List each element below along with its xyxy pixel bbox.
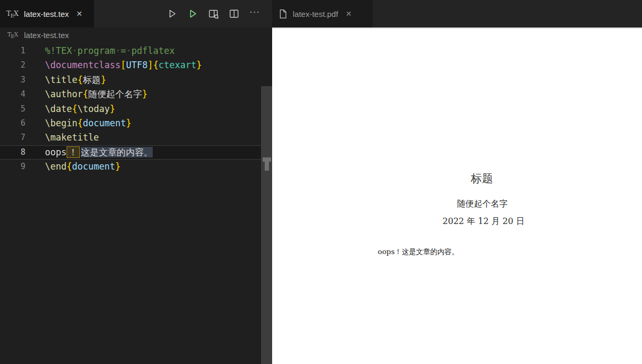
code-token: =: [120, 45, 126, 56]
code-token: 随便起个名字: [88, 89, 142, 99]
code-token: }: [110, 104, 115, 114]
code-lines: 1%!TEX·program·=·pdflatex2\documentclass…: [0, 44, 272, 174]
code-token: \end: [45, 161, 67, 172]
code-line[interactable]: 6\begin{document}: [0, 116, 272, 130]
code-token: %!TEX: [45, 45, 72, 56]
line-number: 6: [0, 116, 25, 130]
code-token: program: [77, 45, 115, 56]
pdf-document-date: 2022 年 12 月 20 日: [443, 216, 525, 227]
code-token: }: [126, 118, 132, 128]
tabbar-left: TEX latex-test.tex ✕: [0, 0, 272, 27]
build-latex-icon[interactable]: [166, 8, 178, 20]
line-content: %!TEX·program·=·pdflatex: [45, 44, 175, 58]
line-content: \title{标题}: [45, 73, 106, 87]
code-line[interactable]: 8oops！这是文章的内容。: [0, 145, 272, 160]
code-token: document: [83, 118, 126, 128]
code-editor[interactable]: 1%!TEX·program·=·pdflatex2\documentclass…: [0, 42, 272, 364]
line-content: \begin{document}: [45, 116, 132, 130]
code-token: {: [77, 118, 82, 128]
line-number: 1: [0, 44, 25, 58]
breadcrumb-filename: latex-test.tex: [24, 31, 69, 40]
code-token: {: [77, 74, 82, 85]
code-token: \author: [45, 89, 83, 99]
line-content: \documentclass[UTF8]{ctexart}: [45, 58, 202, 72]
line-content: \maketitle: [45, 130, 99, 145]
close-tab-icon[interactable]: ✕: [343, 8, 354, 19]
tab-label: latex-test.pdf: [293, 10, 338, 18]
code-token: {: [153, 60, 159, 70]
code-line[interactable]: 9\end{document}: [0, 160, 272, 174]
tabbar-right: latex-test.pdf ✕: [272, 0, 642, 27]
code-token: \title: [45, 74, 77, 85]
code-line[interactable]: 5\date{\today}: [0, 102, 272, 116]
line-number: 9: [0, 160, 25, 174]
code-token: ！: [67, 146, 80, 158]
code-token: ·: [126, 45, 132, 56]
editor-pane-pdf: latex-test.pdf ✕ 标题 随便起个名字 2022 年 12 月 2…: [272, 0, 642, 364]
tab-latex-test-tex[interactable]: TEX latex-test.tex ✕: [0, 0, 94, 27]
code-token: oops: [45, 147, 67, 157]
editor-pane-tex: TEX latex-test.tex ✕: [0, 0, 272, 364]
line-number: 3: [0, 73, 25, 87]
code-line[interactable]: 1%!TEX·program·=·pdflatex: [0, 44, 272, 58]
view-latex-pdf-icon[interactable]: [208, 8, 219, 20]
code-token: ·: [115, 45, 120, 56]
code-token: 标题: [83, 74, 101, 85]
pdf-document-body: oops！这是文章的内容。: [378, 247, 459, 257]
line-number: 8: [0, 145, 25, 160]
close-tab-icon[interactable]: ✕: [74, 8, 85, 19]
code-token: \today: [77, 104, 109, 114]
line-content: oops！这是文章的内容。: [45, 145, 153, 160]
more-actions-icon[interactable]: ···: [249, 8, 260, 20]
code-line[interactable]: 7\maketitle: [0, 130, 272, 145]
line-number: 7: [0, 130, 25, 145]
tab-latex-test-pdf[interactable]: latex-test.pdf ✕: [272, 0, 373, 27]
editor-scrollbar[interactable]: [261, 86, 272, 364]
code-token: UTF8: [126, 60, 148, 70]
code-token: ]: [148, 60, 153, 70]
line-number: 2: [0, 58, 25, 72]
line-content: \date{\today}: [45, 102, 115, 116]
code-line[interactable]: 3\title{标题}: [0, 73, 272, 87]
run-code-icon[interactable]: [187, 8, 199, 20]
tex-file-icon: TEX: [6, 10, 18, 18]
code-token: \maketitle: [45, 132, 99, 143]
code-token: {: [67, 161, 72, 172]
code-token: }: [197, 60, 202, 70]
code-token: {: [83, 89, 88, 99]
code-token: ctexart: [159, 60, 197, 70]
code-token: \begin: [45, 118, 77, 128]
code-token: \date: [45, 104, 72, 114]
code-line[interactable]: 4\author{随便起个名字}: [0, 87, 272, 101]
code-token: ·: [72, 45, 77, 56]
line-content: \author{随便起个名字}: [45, 87, 147, 101]
code-token: }: [115, 161, 120, 172]
tex-file-icon-small: TEX: [7, 31, 18, 39]
pdf-file-icon: [278, 9, 287, 19]
editor-toolbar: ···: [166, 0, 272, 27]
split-editor-icon[interactable]: [228, 8, 240, 20]
pdf-viewer[interactable]: 标题 随便起个名字 2022 年 12 月 20 日 oops！这是文章的内容。: [272, 27, 642, 364]
code-token: [: [120, 60, 126, 70]
line-number: 5: [0, 102, 25, 116]
overview-ruler-mark: [265, 162, 269, 171]
code-token: }: [142, 89, 147, 99]
vscode-window: TEX latex-test.tex ✕: [0, 0, 642, 364]
pdf-document-title: 标题: [471, 171, 493, 186]
code-token: }: [101, 74, 106, 85]
code-token: \documentclass: [45, 60, 120, 70]
code-token: {: [72, 104, 77, 114]
code-token: document: [72, 161, 115, 172]
tab-label: latex-test.tex: [24, 10, 69, 18]
code-token: 这是文章的内容。: [81, 147, 153, 157]
pdf-document-author: 随便起个名字: [457, 199, 508, 210]
code-line[interactable]: 2\documentclass[UTF8]{ctexart}: [0, 58, 272, 72]
breadcrumb[interactable]: TEX latex-test.tex: [0, 27, 272, 42]
line-number: 4: [0, 87, 25, 101]
overview-ruler-mark: [263, 157, 271, 162]
line-content: \end{document}: [45, 160, 120, 174]
code-token: pdflatex: [132, 45, 175, 56]
